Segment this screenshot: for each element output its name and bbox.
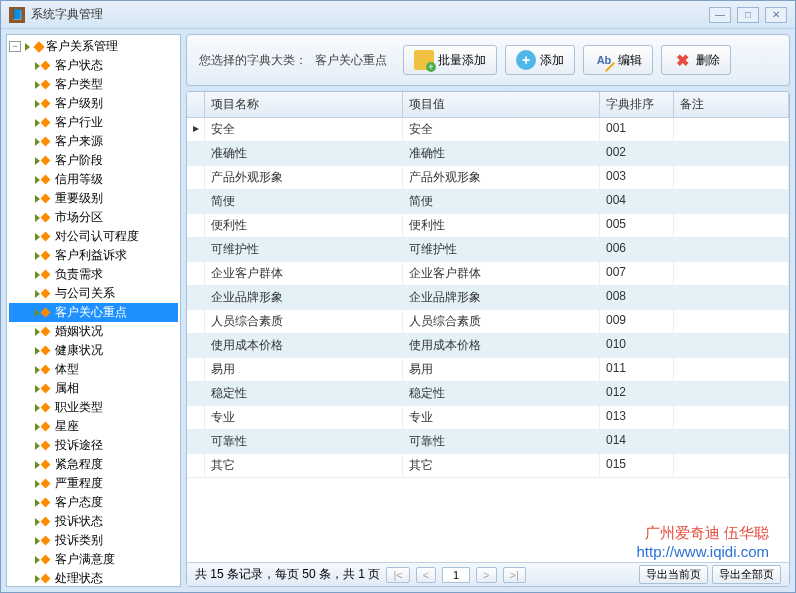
table-row[interactable]: ▸安全安全001: [187, 118, 789, 142]
header-sort[interactable]: 字典排序: [600, 92, 674, 117]
tree-item[interactable]: 紧急程度: [9, 455, 178, 474]
cell-name: 可靠性: [205, 430, 403, 453]
grid-body[interactable]: ▸安全安全001准确性准确性002产品外观形象产品外观形象003简便简便004便…: [187, 118, 789, 562]
tree-item[interactable]: 客户状态: [9, 56, 178, 75]
tree-item[interactable]: 投诉状态: [9, 512, 178, 531]
table-row[interactable]: 专业专业013: [187, 406, 789, 430]
minimize-button[interactable]: —: [709, 7, 731, 23]
delete-button[interactable]: ✖ 删除: [661, 45, 731, 75]
table-row[interactable]: 易用易用011: [187, 358, 789, 382]
table-row[interactable]: 企业品牌形象企业品牌形象008: [187, 286, 789, 310]
header-name[interactable]: 项目名称: [205, 92, 403, 117]
table-row[interactable]: 可维护性可维护性006: [187, 238, 789, 262]
first-page-button[interactable]: |<: [386, 567, 409, 583]
cell-value: 便利性: [403, 214, 600, 237]
tree-item[interactable]: 客户关心重点: [9, 303, 178, 322]
triangle-icon: [35, 404, 40, 412]
cell-name: 稳定性: [205, 382, 403, 405]
tree-item[interactable]: 客户利益诉求: [9, 246, 178, 265]
cell-name: 专业: [205, 406, 403, 429]
table-row[interactable]: 使用成本价格使用成本价格010: [187, 334, 789, 358]
page-input[interactable]: [442, 567, 470, 583]
tree-item[interactable]: 与公司关系: [9, 284, 178, 303]
triangle-icon: [35, 233, 40, 241]
tree-item[interactable]: 严重程度: [9, 474, 178, 493]
tree-item[interactable]: 客户满意度: [9, 550, 178, 569]
batch-add-icon: [414, 50, 434, 70]
tree-item[interactable]: 投诉途径: [9, 436, 178, 455]
prev-page-button[interactable]: <: [416, 567, 436, 583]
export-all-button[interactable]: 导出全部页: [712, 565, 781, 584]
tree-item[interactable]: 信用等级: [9, 170, 178, 189]
diamond-icon: [41, 194, 51, 204]
cell-value: 安全: [403, 118, 600, 141]
tree-item-label: 紧急程度: [53, 456, 105, 473]
header-value[interactable]: 项目值: [403, 92, 600, 117]
tree-item[interactable]: 处理状态: [9, 569, 178, 587]
row-indicator: [187, 382, 205, 405]
row-indicator: [187, 166, 205, 189]
tree-item[interactable]: 客户行业: [9, 113, 178, 132]
tree-item[interactable]: 属相: [9, 379, 178, 398]
cell-sort: 006: [600, 238, 674, 261]
export-page-button[interactable]: 导出当前页: [639, 565, 708, 584]
tree-item[interactable]: 负责需求: [9, 265, 178, 284]
tree-item[interactable]: 客户来源: [9, 132, 178, 151]
tree-item[interactable]: 投诉类别: [9, 531, 178, 550]
table-row[interactable]: 准确性准确性002: [187, 142, 789, 166]
tree-item-label: 客户满意度: [53, 551, 117, 568]
cell-value: 产品外观形象: [403, 166, 600, 189]
next-page-button[interactable]: >: [476, 567, 496, 583]
cell-sort: 012: [600, 382, 674, 405]
edit-button[interactable]: 编辑: [583, 45, 653, 75]
diamond-icon: [41, 213, 51, 223]
table-row[interactable]: 简便简便004: [187, 190, 789, 214]
tree-item[interactable]: 客户类型: [9, 75, 178, 94]
cell-value: 可维护性: [403, 238, 600, 261]
table-row[interactable]: 产品外观形象产品外观形象003: [187, 166, 789, 190]
tree-item[interactable]: 婚姻状况: [9, 322, 178, 341]
cell-remark: [674, 358, 789, 381]
triangle-icon: [35, 480, 40, 488]
cell-value: 易用: [403, 358, 600, 381]
tree-item[interactable]: 健康状况: [9, 341, 178, 360]
tree-item[interactable]: 职业类型: [9, 398, 178, 417]
triangle-icon: [35, 366, 40, 374]
tree-root[interactable]: − 客户关系管理: [9, 37, 178, 56]
tree-item-label: 客户来源: [53, 133, 105, 150]
batch-add-button[interactable]: 批量添加: [403, 45, 497, 75]
add-button[interactable]: + 添加: [505, 45, 575, 75]
tree-panel[interactable]: − 客户关系管理 客户状态客户类型客户级别客户行业客户来源客户阶段信用等级重要级…: [6, 34, 181, 587]
cell-sort: 003: [600, 166, 674, 189]
tree-item[interactable]: 体型: [9, 360, 178, 379]
tree-item[interactable]: 星座: [9, 417, 178, 436]
close-button[interactable]: ✕: [765, 7, 787, 23]
edit-label: 编辑: [618, 52, 642, 69]
last-page-button[interactable]: >|: [503, 567, 526, 583]
collapse-icon[interactable]: −: [9, 41, 21, 52]
table-row[interactable]: 便利性便利性005: [187, 214, 789, 238]
tree-item[interactable]: 重要级别: [9, 189, 178, 208]
table-row[interactable]: 企业客户群体企业客户群体007: [187, 262, 789, 286]
tree-item[interactable]: 市场分区: [9, 208, 178, 227]
maximize-button[interactable]: □: [737, 7, 759, 23]
tree-item-label: 市场分区: [53, 209, 105, 226]
cell-remark: [674, 142, 789, 165]
diamond-icon: [41, 61, 51, 71]
title-bar: 📘 系统字典管理 — □ ✕: [1, 1, 795, 29]
header-remark[interactable]: 备注: [674, 92, 789, 117]
triangle-icon: [35, 176, 40, 184]
table-row[interactable]: 人员综合素质人员综合素质009: [187, 310, 789, 334]
tree-item-label: 投诉途径: [53, 437, 105, 454]
tree-item[interactable]: 客户阶段: [9, 151, 178, 170]
delete-label: 删除: [696, 52, 720, 69]
table-row[interactable]: 可靠性可靠性014: [187, 430, 789, 454]
table-row[interactable]: 其它其它015: [187, 454, 789, 478]
tree-item[interactable]: 客户级别: [9, 94, 178, 113]
tree-item[interactable]: 对公司认可程度: [9, 227, 178, 246]
cell-value: 人员综合素质: [403, 310, 600, 333]
diamond-icon: [41, 365, 51, 375]
diamond-icon: [41, 251, 51, 261]
tree-item[interactable]: 客户态度: [9, 493, 178, 512]
table-row[interactable]: 稳定性稳定性012: [187, 382, 789, 406]
